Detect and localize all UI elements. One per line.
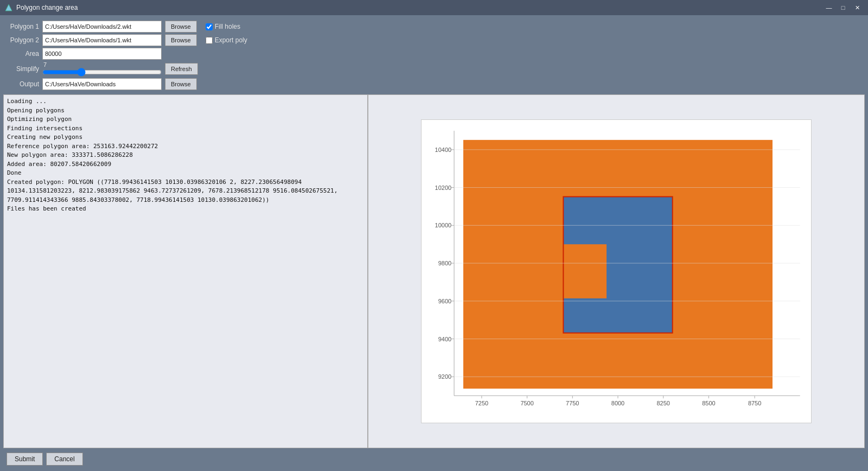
output-input[interactable] (42, 78, 162, 90)
chart-panel: 10400 10200 10000 9800 9600 9400 (368, 94, 865, 448)
fill-holes-label[interactable]: Fill holes (206, 23, 240, 30)
content-area: Loading ... Opening polygons Optimizing … (3, 94, 865, 448)
fill-holes-option: Fill holes (206, 23, 240, 30)
simplify-row: Simplify 7 Refresh (7, 61, 861, 77)
simplify-label: Simplify (7, 65, 39, 73)
svg-text:7500: 7500 (520, 400, 533, 406)
svg-text:7750: 7750 (566, 400, 579, 406)
svg-text:8000: 8000 (611, 400, 624, 406)
svg-text:9800: 9800 (438, 260, 451, 266)
polygon1-input[interactable] (42, 21, 162, 33)
svg-text:10200: 10200 (435, 184, 451, 191)
area-input[interactable] (42, 48, 162, 60)
log-line-10: Files has been created (7, 205, 364, 214)
close-button[interactable]: ✕ (851, 2, 864, 13)
polygon2-browse-button[interactable]: Browse (165, 34, 197, 46)
svg-text:8750: 8750 (748, 400, 761, 406)
area-label: Area (7, 50, 39, 58)
simplify-slider-container: 7 (42, 61, 162, 77)
export-poly-checkbox[interactable] (206, 37, 213, 44)
maximize-button[interactable]: □ (837, 2, 850, 13)
app-icon (4, 3, 13, 12)
submit-button[interactable]: Submit (7, 453, 43, 466)
log-line-6: New polygon area: 333371.5086286228 (7, 151, 364, 160)
export-poly-option: Export poly (206, 36, 247, 44)
svg-text:9400: 9400 (438, 336, 451, 342)
svg-text:10400: 10400 (435, 147, 451, 153)
title-bar: Polygon change area — □ ✕ (0, 0, 868, 15)
refresh-button[interactable]: Refresh (165, 63, 198, 75)
area-row: Area (7, 48, 861, 60)
bottom-bar: Submit Cancel (3, 450, 865, 468)
minimize-button[interactable]: — (822, 2, 835, 13)
log-line-8: Done (7, 169, 364, 178)
output-row: Output Browse (7, 78, 861, 90)
orange-notch (563, 244, 607, 298)
chart-inner: 10400 10200 10000 9800 9600 9400 (421, 119, 812, 423)
output-label: Output (7, 80, 39, 88)
svg-text:8250: 8250 (657, 400, 670, 406)
log-line-2: Optimizing polygon (7, 115, 364, 124)
svg-text:9200: 9200 (438, 373, 451, 380)
log-line-1: Opening polygons (7, 106, 364, 116)
polygon2-row: Polygon 2 Browse Export poly (7, 34, 861, 46)
window-title: Polygon change area (16, 4, 78, 11)
form-area: Polygon 1 Browse Fill holes Polygon 2 Br… (3, 18, 865, 92)
fill-holes-checkbox[interactable] (206, 23, 213, 30)
main-window: Polygon 1 Browse Fill holes Polygon 2 Br… (0, 15, 868, 471)
simplify-value: 7 (43, 61, 47, 68)
polygon1-label: Polygon 1 (7, 23, 39, 30)
svg-text:9600: 9600 (438, 298, 451, 304)
log-line-0: Loading ... (7, 97, 364, 106)
svg-marker-0 (5, 4, 12, 11)
chart-svg: 10400 10200 10000 9800 9600 9400 (422, 120, 811, 423)
polygon2-label: Polygon 2 (7, 36, 39, 44)
svg-text:7250: 7250 (475, 400, 488, 406)
simplify-slider[interactable] (42, 68, 162, 77)
log-line-4: Creating new polygons (7, 133, 364, 142)
log-panel: Loading ... Opening polygons Optimizing … (3, 94, 368, 448)
log-line-3: Finding intersections (7, 124, 364, 133)
polygon1-browse-button[interactable]: Browse (165, 21, 197, 33)
cancel-button[interactable]: Cancel (46, 453, 82, 466)
log-line-5: Reference polygon area: 253163.924422002… (7, 142, 364, 151)
polygon2-input[interactable] (42, 34, 162, 46)
polygon1-row: Polygon 1 Browse Fill holes (7, 21, 861, 33)
log-line-9: Created polygon: POLYGON ((7718.99436141… (7, 178, 364, 205)
output-browse-button[interactable]: Browse (165, 78, 197, 90)
svg-text:8500: 8500 (702, 400, 715, 406)
window-controls: — □ ✕ (822, 2, 864, 13)
export-poly-label[interactable]: Export poly (206, 36, 247, 44)
log-line-7: Added area: 80207.58420662009 (7, 160, 364, 169)
svg-text:10000: 10000 (435, 222, 451, 228)
